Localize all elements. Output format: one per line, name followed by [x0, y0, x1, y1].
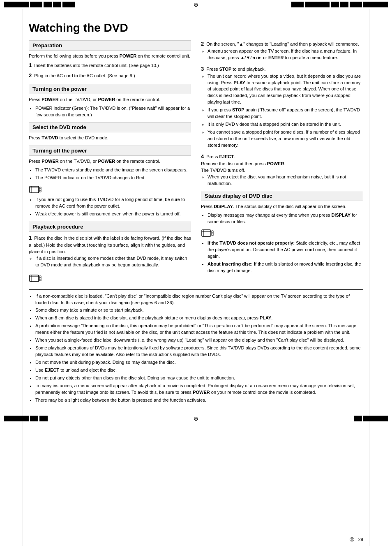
list-item: The unit can record where you stop a vid… — [208, 73, 363, 106]
list-item: If the TV/DVD does not operate properly:… — [208, 240, 363, 260]
bar-right-segments — [291, 2, 388, 7]
bar-seg — [44, 2, 52, 7]
bar-seg — [62, 2, 75, 7]
bottom-notes-list: If a non-compatible disc is loaded, "Can… — [35, 293, 363, 404]
playback-content: 1 Place the disc in the disc slot with t… — [29, 234, 191, 268]
turning-off-content: Press POWER on the TV/DVD, or POWER on t… — [29, 158, 191, 217]
select-dvd-heading-box: Select the DVD mode — [29, 122, 191, 132]
list-item: POWER indicator (Green): The TV/DVD is o… — [35, 105, 191, 118]
bar-seg — [363, 2, 388, 7]
list-item: The TV/DVD enters standby mode and the i… — [35, 167, 191, 173]
list-item: If a disc is inserted during some modes … — [35, 255, 191, 268]
list-item: Do not put any objects other than discs … — [35, 375, 363, 382]
playback-sub-bullets: If a disc is inserted during some modes … — [35, 255, 191, 268]
list-item: 3 Press STOP to end playback. The unit c… — [201, 65, 363, 149]
preparation-steps: 1 Insert the batteries into the remote c… — [29, 62, 191, 80]
list-item: When an 8 cm disc is placed into the dis… — [35, 315, 363, 321]
playback-note-icon — [29, 273, 191, 284]
bar-seg — [291, 2, 304, 7]
bar-seg — [305, 2, 330, 7]
bar-seg — [39, 416, 48, 421]
list-item: Use EJECT to unload and eject the disc. — [35, 367, 363, 374]
list-item: In many instances, a menu screen will ap… — [35, 383, 363, 396]
list-item: 1 Place the disc in the disc slot with t… — [29, 234, 191, 268]
bar-seg — [331, 2, 339, 7]
crosshair-bottom-icon: ⊕ — [194, 415, 198, 422]
bottom-bar: ⊕ — [0, 414, 392, 423]
list-item: You cannot save a stopped point for some… — [208, 129, 363, 149]
turning-off-bullets: The TV/DVD enters standby mode and the i… — [35, 167, 191, 181]
margin-line-left — [23, 9, 23, 546]
list-item: If you are not going to use this TV/DVD … — [35, 197, 191, 210]
list-item: Display messages may change at every tim… — [208, 212, 363, 225]
turning-off-note: If you are not going to use this TV/DVD … — [29, 184, 191, 217]
list-item: Weak electric power is still consumed ev… — [35, 211, 191, 217]
list-item: A prohibition message "Depending on the … — [35, 323, 363, 336]
status-display-content: Press DISPLAY. The status display of the… — [201, 204, 363, 274]
list-item: Some playback operations of DVDs may be … — [35, 345, 363, 358]
select-dvd-heading: Select the DVD mode — [32, 124, 187, 130]
step2-list: 2 On the screen, "▲" changes to "Loading… — [201, 40, 363, 61]
preparation-intro: Perform the following steps before you p… — [29, 53, 191, 60]
right-column: 2 On the screen, "▲" changes to "Loading… — [201, 40, 363, 285]
step4-content: 4 Press EJECT. Remove the disc and then … — [201, 153, 363, 187]
bar-seg — [350, 2, 362, 7]
bar-seg — [354, 416, 362, 421]
status-note-bullets: If the TV/DVD does not operate properly:… — [208, 240, 363, 274]
bar-seg — [30, 2, 42, 7]
page-number: ⓔ - 29 — [350, 536, 363, 543]
playback-heading: Playback procedure — [32, 224, 187, 230]
turning-on-heading-box: Turning on the power — [29, 84, 191, 94]
bar-seg — [4, 2, 29, 7]
turning-on-bullets: POWER indicator (Green): The TV/DVD is o… — [35, 105, 191, 118]
list-item: 2 Plug in the AC cord to the AC outlet. … — [29, 72, 191, 80]
page-title: Watching the DVD — [29, 21, 363, 35]
turning-off-heading-box: Turning off the power — [29, 146, 191, 156]
turning-on-intro: Press POWER on the TV/DVD, or POWER on t… — [29, 97, 191, 103]
list-item: Do not move the unit during playback. Do… — [35, 359, 363, 366]
note-pencil-svg3 — [201, 227, 214, 239]
list-item: 4 Press EJECT. Remove the disc and then … — [201, 153, 363, 187]
page-number-text: ⓔ - 29 — [350, 537, 363, 542]
status-display-bullets: Display messages may change at every tim… — [208, 212, 363, 225]
list-item: 2 On the screen, "▲" changes to "Loading… — [201, 40, 363, 61]
bar-left-segments — [4, 2, 75, 7]
playback-steps: 1 Place the disc in the disc slot with t… — [29, 234, 191, 268]
list-item: The POWER indicator on the TV/DVD change… — [35, 175, 191, 181]
playback-heading-box: Playback procedure — [29, 222, 191, 232]
list-item: A menu screen appear on the TV screen, i… — [208, 48, 363, 61]
bottom-notes: If a non-compatible disc is loaded, "Can… — [29, 289, 363, 404]
bar-seg — [340, 2, 348, 7]
bar-bottom-right — [354, 416, 388, 421]
turning-on-content: Press POWER on the TV/DVD, or POWER on t… — [29, 97, 191, 118]
preparation-content: Perform the following steps before you p… — [29, 53, 191, 80]
status-note-icon — [201, 227, 363, 239]
list-item: 1 Insert the batteries into the remote c… — [29, 62, 191, 69]
note-pencil-svg2 — [29, 273, 42, 284]
svg-rect-0 — [30, 186, 39, 193]
list-item: Some discs may take a minute or so to st… — [35, 307, 363, 314]
step2-sub-bullets: A menu screen appear on the TV screen, i… — [208, 48, 363, 61]
status-display-heading: Status display of DVD disc — [205, 193, 360, 199]
step3-sub-bullets: The unit can record where you stop a vid… — [208, 73, 363, 149]
status-display-intro: Press DISPLAY. The status display of the… — [201, 204, 363, 210]
bar-seg — [30, 416, 38, 421]
preparation-heading: Preparation — [32, 42, 187, 49]
status-display-heading-box: Status display of DVD disc — [201, 191, 363, 201]
select-dvd-intro: Press TV/DVD to select the DVD mode. — [29, 135, 191, 141]
list-item: It is only DVD videos that a stopped poi… — [208, 121, 363, 128]
list-item: When you set a single-faced disc label d… — [35, 337, 363, 344]
bar-seg — [53, 2, 61, 7]
bar-seg — [363, 416, 388, 421]
two-col-layout: Preparation Perform the following steps … — [29, 40, 363, 285]
margin-line-right — [369, 9, 369, 546]
crosshair-icon: ⊕ — [194, 1, 198, 8]
step3-content: 3 Press STOP to end playback. The unit c… — [201, 65, 363, 149]
step2-content: 2 On the screen, "▲" changes to "Loading… — [201, 40, 363, 61]
page-content: Watching the DVD Preparation Perform the… — [0, 9, 392, 414]
svg-rect-10 — [202, 230, 211, 236]
step4-list: 4 Press EJECT. Remove the disc and then … — [201, 153, 363, 187]
list-item: If a non-compatible disc is loaded, "Can… — [35, 293, 363, 306]
list-item: There may be a slight delay between the … — [35, 397, 363, 404]
step4-sub-bullets: When you eject the disc, you may hear me… — [208, 174, 363, 187]
